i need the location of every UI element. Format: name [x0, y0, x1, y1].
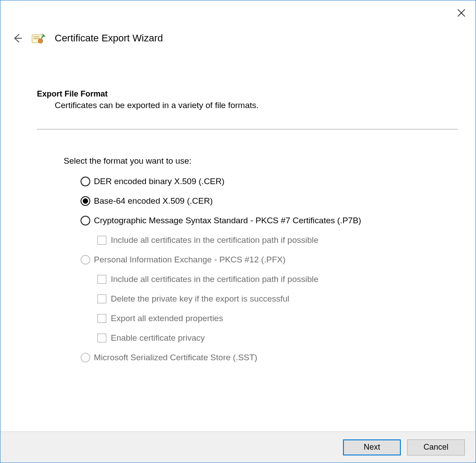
cancel-button[interactable]: Cancel [407, 439, 465, 455]
option-label: Cryptographic Message Syntax Standard - … [94, 216, 361, 225]
radio-icon [81, 177, 90, 186]
option-der[interactable]: DER encoded binary X.509 (.CER) [81, 177, 458, 186]
button-label: Next [363, 443, 380, 452]
option-pfx-include-chain: Include all certificates in the certific… [97, 274, 458, 284]
divider [37, 129, 458, 129]
option-p7b[interactable]: Cryptographic Message Syntax Standard - … [81, 216, 458, 225]
checkbox-icon [97, 294, 106, 303]
section-subtitle: Certificates can be exported in a variet… [55, 101, 458, 110]
option-label: Base-64 encoded X.509 (.CER) [94, 196, 213, 206]
sub-option-label: Include all certificates in the certific… [111, 235, 319, 245]
option-pfx-delete-key: Delete the private key if the export is … [97, 294, 458, 304]
checkbox-icon [97, 334, 106, 342]
sub-option-label: Delete the private key if the export is … [111, 294, 289, 304]
certificate-icon [32, 32, 47, 44]
section-title: Export File Format [37, 89, 458, 99]
svg-rect-4 [33, 36, 40, 37]
checkbox-icon [97, 314, 106, 323]
option-base64[interactable]: Base-64 encoded X.509 (.CER) [81, 196, 458, 206]
checkbox-icon [97, 236, 106, 245]
svg-rect-5 [33, 38, 40, 39]
close-icon [457, 8, 466, 17]
svg-point-6 [38, 39, 43, 43]
radio-icon [81, 353, 90, 362]
wizard-footer: Next Cancel [0, 431, 476, 463]
option-pfx-extended-props: Export all extended properties [97, 314, 458, 323]
sub-option-label: Include all certificates in the certific… [111, 274, 319, 284]
sub-option-label: Export all extended properties [111, 314, 223, 323]
wizard-title: Certificate Export Wizard [55, 32, 163, 44]
option-p7b-include-chain: Include all certificates in the certific… [97, 235, 458, 245]
option-sst: Microsoft Serialized Certificate Store (… [81, 353, 458, 362]
wizard-header: Certificate Export Wizard [10, 32, 163, 45]
back-button[interactable] [10, 32, 24, 45]
button-label: Cancel [424, 443, 448, 452]
option-pfx-cert-privacy: Enable certificate privacy [97, 333, 458, 343]
close-button[interactable] [455, 7, 468, 19]
format-prompt: Select the format you want to use: [64, 156, 458, 166]
option-pfx: Personal Information Exchange - PKCS #12… [81, 255, 458, 265]
content-area: Export File Format Certificates can be e… [37, 89, 458, 372]
sub-option-label: Enable certificate privacy [111, 333, 205, 343]
radio-icon [81, 216, 90, 225]
radio-icon [81, 196, 90, 206]
next-button[interactable]: Next [343, 439, 401, 455]
radio-icon [81, 255, 90, 265]
option-label: DER encoded binary X.509 (.CER) [94, 177, 225, 186]
format-options: DER encoded binary X.509 (.CER) Base-64 … [81, 177, 458, 362]
checkbox-icon [97, 275, 106, 284]
back-arrow-icon [11, 32, 23, 44]
option-label: Microsoft Serialized Certificate Store (… [94, 353, 257, 362]
option-label: Personal Information Exchange - PKCS #12… [94, 255, 286, 265]
